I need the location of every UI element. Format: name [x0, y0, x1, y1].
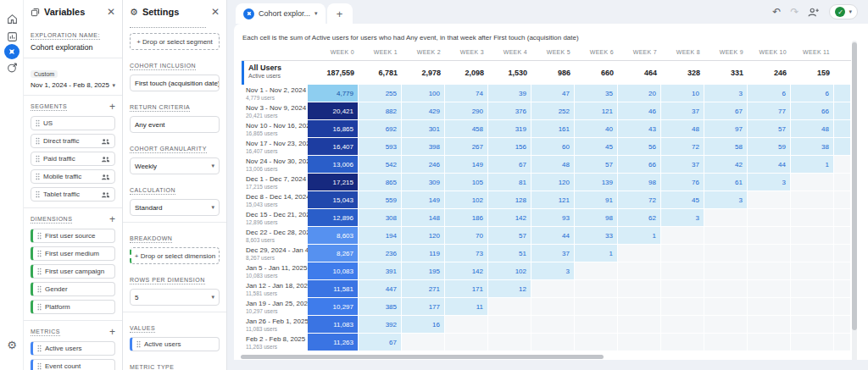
cohort-cell-partial[interactable] [834, 262, 851, 280]
cohort-cell[interactable]: 57 [575, 156, 618, 174]
cohort-cell[interactable] [618, 298, 661, 316]
cohort-cell[interactable] [661, 298, 704, 316]
cohort-cell[interactable] [704, 316, 748, 334]
cohort-cell[interactable] [748, 245, 791, 262]
cohort-cell[interactable] [704, 209, 748, 227]
cohort-cell[interactable]: 3 [531, 262, 575, 280]
cohort-cell[interactable]: 865 [359, 174, 402, 191]
cohort-cell[interactable]: 8,603 [308, 227, 359, 245]
cohort-cell[interactable]: 128 [488, 191, 531, 209]
cohort-cell[interactable]: 593 [359, 138, 402, 156]
cohort-cell[interactable]: 1 [618, 227, 661, 245]
cohort-cell[interactable]: 43 [618, 120, 661, 138]
vertical-scrollbar-thumb[interactable] [852, 42, 857, 330]
cohort-granularity-select[interactable]: Weekly ▾ [130, 157, 220, 174]
cohort-cell-partial[interactable] [834, 316, 851, 334]
cohort-cell[interactable]: 33 [575, 227, 618, 245]
cohort-cell[interactable] [618, 334, 661, 351]
cohort-cell[interactable] [445, 316, 488, 334]
dimension-chip[interactable]: Platform [31, 300, 115, 314]
cohort-cell[interactable]: 4,779 [308, 85, 359, 102]
cohort-cell[interactable]: 62 [618, 209, 661, 227]
cohort-cell[interactable]: 46 [618, 102, 661, 120]
cohort-cell[interactable]: 72 [661, 138, 704, 156]
breakdown-drop-target[interactable]: + Drop or select dimension [130, 247, 220, 264]
cohort-cell[interactable]: 186 [445, 209, 488, 227]
segment-chip[interactable]: Direct traffic [31, 134, 115, 148]
cohort-cell[interactable]: 267 [445, 138, 488, 156]
cohort-cell[interactable]: 447 [359, 280, 402, 298]
cohort-cell[interactable] [748, 209, 791, 227]
cohort-cell[interactable]: 73 [445, 245, 488, 262]
cohort-cell[interactable]: 48 [791, 120, 834, 138]
cohort-cell-partial[interactable] [834, 227, 851, 245]
all-users-row[interactable]: All Users Active users 187,5596,7812,978… [242, 60, 851, 85]
cohort-cell[interactable]: 252 [531, 102, 575, 120]
cohort-cell[interactable]: 236 [359, 245, 402, 262]
metric-chip[interactable]: Event count [31, 359, 115, 370]
cohort-cell[interactable] [661, 245, 704, 262]
add-metric-icon[interactable]: + [109, 327, 115, 337]
rows-per-dimension-select[interactable]: 5 ▾ [130, 289, 220, 306]
cohort-cell[interactable]: 100 [402, 85, 445, 102]
cohort-cell-partial[interactable] [834, 138, 851, 156]
cohort-cell[interactable] [618, 262, 661, 280]
cohort-cell[interactable]: 309 [402, 174, 445, 191]
cohort-cell[interactable]: 139 [575, 174, 618, 191]
segment-chip[interactable]: Tablet traffic [31, 187, 115, 202]
segment-chip[interactable]: US [31, 116, 115, 130]
cohort-cell[interactable]: 119 [402, 245, 445, 262]
cohort-cell[interactable]: 45 [575, 138, 618, 156]
cohort-cell[interactable]: 51 [488, 245, 531, 262]
values-chip[interactable]: Active users [130, 337, 220, 351]
cohort-cell[interactable] [704, 245, 748, 262]
cohort-cell[interactable]: 66 [618, 156, 661, 174]
cohort-cell[interactable]: 47 [531, 85, 575, 102]
cohort-cell[interactable]: 429 [402, 102, 445, 120]
dimension-chip[interactable]: Gender [31, 282, 115, 296]
cohort-cell[interactable]: 60 [531, 138, 575, 156]
cohort-cell[interactable]: 67 [488, 156, 531, 174]
cohort-cell[interactable]: 385 [359, 298, 402, 316]
cohort-cell[interactable]: 10,297 [308, 298, 359, 316]
cohort-cell[interactable]: 6 [791, 85, 834, 102]
home-icon[interactable] [0, 9, 24, 28]
cohort-cell[interactable] [791, 209, 834, 227]
cohort-cell[interactable]: 142 [445, 262, 488, 280]
cohort-cell[interactable] [791, 191, 834, 209]
cohort-cell[interactable]: 142 [488, 209, 531, 227]
cohort-cell[interactable] [488, 334, 531, 351]
cohort-cell[interactable] [704, 227, 748, 245]
cohort-cell[interactable] [618, 245, 661, 262]
cohort-cell[interactable]: 66 [791, 102, 834, 120]
cohort-cell[interactable] [748, 227, 791, 245]
cohort-cell[interactable] [618, 316, 661, 334]
cohort-cell[interactable]: 74 [445, 85, 488, 102]
cohort-cell[interactable] [488, 316, 531, 334]
add-dimension-icon[interactable]: + [109, 214, 115, 224]
segment-chip[interactable]: Mobile traffic [31, 169, 115, 184]
cohort-cell[interactable]: 149 [402, 191, 445, 209]
cohort-cell[interactable]: 120 [531, 174, 575, 191]
cohort-cell[interactable]: 10 [661, 85, 704, 102]
cohort-cell-partial[interactable] [834, 102, 851, 120]
cohort-cell-partial[interactable] [834, 298, 851, 316]
cohort-cell[interactable]: 255 [359, 85, 402, 102]
cohort-cell[interactable]: 56 [618, 138, 661, 156]
cohort-cell[interactable]: 67 [704, 102, 748, 120]
tab-cohort-exploration[interactable]: Cohort explor... ▾ [236, 3, 326, 24]
cohort-cell[interactable]: 194 [359, 227, 402, 245]
cohort-cell[interactable]: 398 [402, 138, 445, 156]
horizontal-scrollbar[interactable] [241, 355, 604, 359]
cohort-cell[interactable]: 57 [748, 120, 791, 138]
cohort-cell[interactable]: 37 [661, 102, 704, 120]
cohort-cell[interactable]: 44 [748, 156, 791, 174]
cohort-cell[interactable] [661, 334, 704, 351]
drop-segment-target[interactable]: + Drop or select segment [130, 33, 220, 50]
cohort-cell[interactable] [661, 280, 704, 298]
dimension-chip[interactable]: First user source [31, 229, 115, 243]
close-icon[interactable]: ✕ [107, 6, 115, 18]
cohort-cell[interactable]: 542 [359, 156, 402, 174]
cohort-cell-partial[interactable] [834, 191, 851, 209]
exploration-name-value[interactable]: Cohort exploration [31, 43, 115, 52]
